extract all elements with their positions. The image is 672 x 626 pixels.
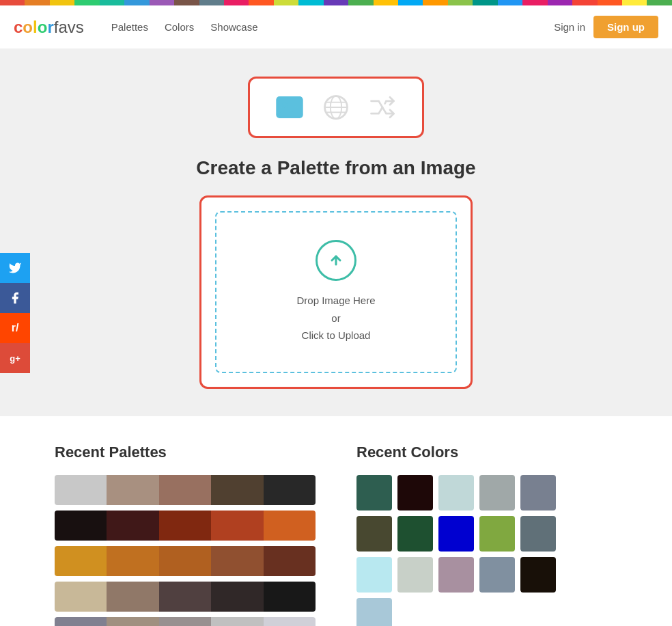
googleplus-button[interactable]: g+ (0, 343, 30, 373)
table-row[interactable] (55, 617, 316, 627)
color-swatch[interactable] (397, 516, 433, 552)
main-content: Recent Palettes (0, 416, 672, 627)
image-tool-button[interactable] (272, 90, 307, 125)
upload-icon (316, 240, 356, 281)
color-swatch[interactable] (356, 475, 392, 511)
color-swatch[interactable] (438, 475, 474, 511)
color-swatch[interactable] (438, 557, 474, 593)
logo[interactable]: colorfavs (14, 18, 84, 37)
color-swatch[interactable] (479, 557, 515, 593)
nav-colors[interactable]: Colors (165, 21, 194, 33)
color-swatch[interactable] (438, 516, 474, 552)
hero-section: Create a Palette from an Image Drop Imag… (0, 49, 672, 416)
color-swatch[interactable] (397, 475, 433, 511)
nav-showcase[interactable]: Showcase (210, 21, 257, 33)
color-swatch[interactable] (520, 475, 556, 511)
tool-selector (248, 77, 424, 138)
color-swatch[interactable] (479, 516, 515, 552)
nav-palettes[interactable]: Palettes (111, 21, 148, 33)
main-nav: Palettes Colors Showcase (111, 21, 554, 33)
table-row[interactable] (55, 582, 316, 612)
recent-palettes-title: Recent Palettes (55, 444, 316, 461)
table-row[interactable] (55, 546, 316, 576)
color-bar (0, 0, 672, 5)
recent-colors-column: Recent Colors View All (356, 444, 617, 627)
reddit-button[interactable]: r/ (0, 313, 30, 343)
header: colorfavs Palettes Colors Showcase Sign … (0, 5, 672, 49)
twitter-button[interactable] (0, 253, 30, 283)
color-swatch[interactable] (479, 475, 515, 511)
upload-area: Drop Image Here or Click to Upload (199, 195, 473, 389)
upload-dropzone[interactable]: Drop Image Here or Click to Upload (215, 211, 457, 373)
color-grid (356, 475, 617, 627)
upload-text: Drop Image Here or Click to Upload (296, 292, 375, 344)
signup-button[interactable]: Sign up (593, 16, 658, 38)
signin-button[interactable]: Sign in (554, 21, 585, 33)
table-row[interactable] (55, 511, 316, 541)
color-swatch[interactable] (356, 557, 392, 593)
table-row[interactable] (55, 475, 316, 505)
recent-palettes-column: Recent Palettes (55, 444, 316, 627)
palette-list (55, 475, 316, 627)
color-swatch[interactable] (356, 516, 392, 552)
social-sidebar: r/ g+ (0, 253, 30, 373)
recent-colors-title: Recent Colors (356, 444, 617, 461)
shuffle-tool-button[interactable] (365, 90, 400, 125)
color-swatch[interactable] (356, 598, 392, 627)
color-swatch[interactable] (520, 516, 556, 552)
globe-tool-button[interactable] (318, 90, 354, 125)
columns: Recent Palettes (55, 444, 617, 627)
page-title: Create a Palette from an Image (196, 157, 475, 179)
facebook-button[interactable] (0, 283, 30, 313)
color-swatch[interactable] (520, 557, 556, 593)
color-swatch[interactable] (397, 557, 433, 593)
header-actions: Sign in Sign up (554, 16, 658, 38)
svg-rect-0 (277, 97, 303, 117)
